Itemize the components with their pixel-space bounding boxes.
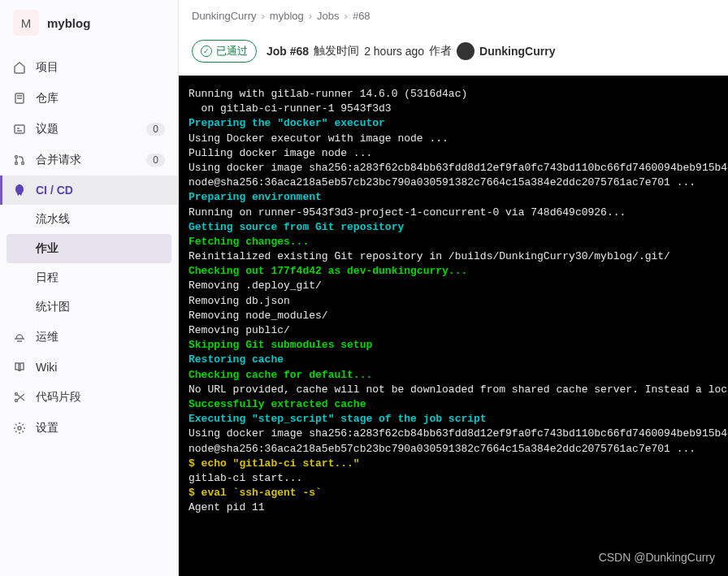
sidebar-item-repo[interactable]: 仓库 (0, 83, 178, 114)
status-badge[interactable]: ✓ 已通过 (192, 40, 257, 63)
log-line: Removing db.json (188, 294, 718, 309)
merge-icon (13, 154, 26, 167)
sidebar-item-merge-requests[interactable]: 合并请求 0 (0, 145, 178, 175)
sidebar-item-wiki[interactable]: Wiki (0, 353, 178, 382)
cicd-sub-pipelines[interactable]: 流水线 (0, 205, 178, 234)
job-header: ✓ 已通过 Job #68 触发时间 2 hours ago 作者 Dunkin… (179, 32, 728, 76)
log-line: on gitlab-ci-runner-1 9543f3d3 (188, 102, 718, 116)
log-line: Agent pid 11 (188, 500, 718, 515)
log-line: node@sha256:36aca218a5eb57cb23bc790a0305… (188, 442, 718, 457)
log-line: Using docker image sha256:a283f62cb84bb6… (188, 427, 718, 441)
sidebar-item-ops[interactable]: 运维 (0, 322, 178, 353)
check-circle-icon: ✓ (201, 45, 212, 57)
log-line: Skipping Git submodules setup (188, 338, 718, 353)
book-icon (13, 361, 26, 374)
sidebar-item-cicd[interactable]: CI / CD (0, 175, 178, 205)
log-line: Removing .deploy_git/ (188, 279, 718, 293)
issues-icon (13, 123, 26, 136)
time-ago: 2 hours ago (364, 45, 424, 58)
job-log-terminal[interactable]: Running with gitlab-runner 14.6.0 (5316d… (179, 76, 728, 576)
avatar[interactable] (457, 42, 474, 60)
log-line: Executing "step_script" stage of the job… (188, 412, 718, 427)
project-name: myblog (47, 16, 90, 30)
breadcrumb-item[interactable]: Jobs (317, 10, 339, 22)
log-line: No URL provided, cache will not be downl… (188, 383, 718, 397)
svg-point-4 (22, 162, 24, 165)
job-meta: Job #68 触发时间 2 hours ago 作者 DunkingCurry (266, 42, 555, 60)
trigger-label: 触发时间 (314, 44, 359, 58)
sidebar-item-label: 设置 (36, 421, 58, 435)
log-line: Preparing environment (188, 190, 718, 205)
log-line: Running on runner-9543f3d3-project-1-con… (188, 206, 718, 220)
sidebar-item-label: 合并请求 (36, 153, 81, 167)
author-name[interactable]: DunkingCurry (479, 45, 555, 58)
log-line: gitlab-ci start... (188, 471, 718, 486)
sidebar-item-label: 项目 (36, 60, 58, 75)
sidebar-item-label: 代码片段 (36, 390, 81, 405)
sidebar-item-label: CI / CD (36, 184, 73, 197)
cicd-sub-jobs[interactable]: 作业 (6, 234, 171, 263)
cicd-sub-schedules[interactable]: 日程 (0, 263, 178, 292)
author-label: 作者 (429, 44, 452, 58)
log-line: Using Docker executor with image node ..… (188, 132, 718, 146)
document-icon (13, 92, 26, 105)
log-line: Pulling docker image node ... (188, 146, 718, 161)
sidebar-item-label: 仓库 (36, 91, 58, 106)
home-icon (13, 61, 26, 74)
project-header[interactable]: M myblog (0, 0, 178, 45)
log-line: Successfully extracted cache (188, 397, 718, 412)
sidebar-item-label: Wiki (36, 361, 57, 374)
log-line: Checking cache for default... (188, 368, 718, 383)
sidebar-item-label: 运维 (36, 330, 58, 344)
breadcrumb-item[interactable]: #68 (353, 10, 370, 22)
sidebar-nav: 项目 仓库 议题 0 合并请求 0 CI / CD 流水线 作业 日程 统计图 (0, 45, 178, 450)
log-line: Checking out 177f4d42 as dev-dunkingcurr… (188, 264, 718, 279)
svg-point-7 (18, 427, 21, 430)
ops-icon (13, 331, 26, 344)
log-line: Using docker image sha256:a283f62cb84bb6… (188, 161, 718, 175)
log-line: Getting source from Git repository (188, 220, 718, 235)
badge-count: 0 (146, 123, 165, 136)
breadcrumb-item[interactable]: myblog (270, 10, 304, 22)
svg-point-6 (15, 400, 18, 402)
gear-icon (13, 422, 26, 435)
log-line: $ echo "gitlab-ci start..." (188, 457, 718, 471)
svg-point-5 (15, 393, 18, 396)
sidebar-item-label: 议题 (36, 122, 58, 136)
sidebar-item-issues[interactable]: 议题 0 (0, 114, 178, 145)
log-line: Removing public/ (188, 323, 718, 338)
rocket-icon (13, 184, 26, 197)
log-line: Reinitialized existing Git repository in… (188, 249, 718, 264)
svg-point-2 (15, 156, 18, 158)
scissors-icon (13, 391, 26, 404)
breadcrumb-item[interactable]: DunkingCurry (192, 10, 256, 22)
project-avatar: M (13, 10, 39, 36)
breadcrumb: DunkingCurry › myblog › Jobs › #68 (179, 0, 728, 32)
cicd-submenu: 流水线 作业 日程 统计图 (0, 205, 178, 322)
sidebar-item-settings[interactable]: 设置 (0, 413, 178, 444)
sidebar-item-snippets[interactable]: 代码片段 (0, 382, 178, 413)
badge-count: 0 (146, 154, 165, 167)
log-line: Removing node_modules/ (188, 309, 718, 323)
chevron-right-icon: › (344, 10, 348, 22)
main-content: DunkingCurry › myblog › Jobs › #68 ✓ 已通过… (179, 0, 728, 576)
log-line: Running with gitlab-runner 14.6.0 (5316d… (188, 87, 718, 102)
chevron-right-icon: › (261, 10, 264, 22)
log-line: Restoring cache (188, 353, 718, 367)
watermark: CSDN @DunkingCurry (599, 550, 715, 566)
log-line: Preparing the "docker" executor (188, 116, 718, 131)
sidebar-item-project[interactable]: 项目 (0, 52, 178, 83)
svg-point-3 (15, 162, 18, 165)
cicd-sub-charts[interactable]: 统计图 (0, 292, 178, 322)
status-text: 已通过 (216, 44, 248, 58)
chevron-right-icon: › (309, 10, 312, 22)
job-title: Job #68 (266, 45, 309, 58)
sidebar: M myblog 项目 仓库 议题 0 合并请求 0 CI / CD 流水线 作… (0, 0, 179, 576)
log-line: Fetching changes... (188, 235, 718, 249)
svg-rect-1 (15, 125, 24, 133)
log-line: node@sha256:36aca218a5eb57cb23bc790a0305… (188, 175, 718, 190)
log-line: $ eval `ssh-agent -s` (188, 486, 718, 500)
